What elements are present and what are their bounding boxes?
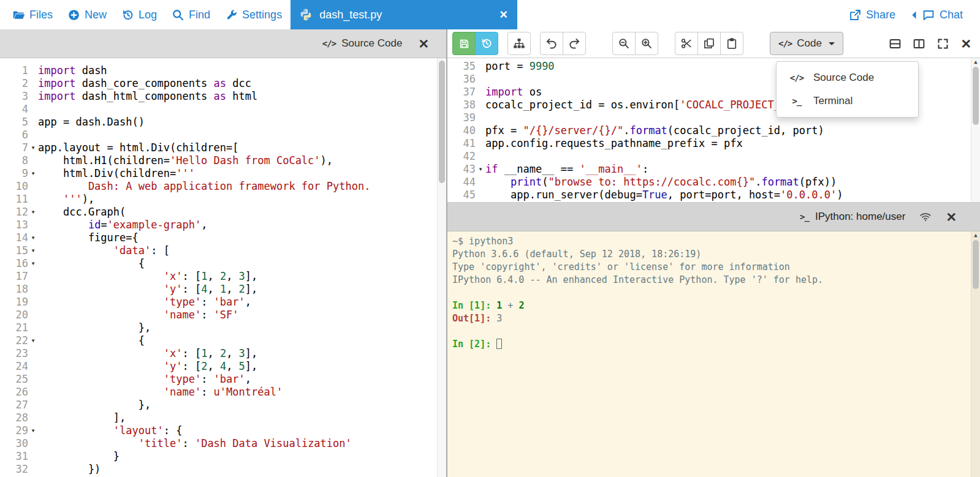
save-icon	[458, 38, 470, 50]
terminal-output[interactable]: ~$ ipython3Python 3.6.6 (default, Sep 12…	[447, 231, 980, 477]
settings-button[interactable]: Settings	[218, 0, 289, 29]
tab-close-icon[interactable]: ×	[498, 8, 509, 21]
close-frame-icon[interactable]: ✕	[418, 37, 429, 50]
cut-button[interactable]	[675, 32, 698, 55]
save-button[interactable]	[452, 32, 476, 55]
code-line[interactable]: 40pfx = "/{}/server/{}/".format(cocalc_p…	[447, 124, 980, 137]
frame-title: </> Source Code	[322, 37, 403, 50]
share-icon	[849, 9, 862, 21]
caret-left-icon	[910, 9, 917, 21]
code-line[interactable]: 24 'y': [2, 4, 5],	[0, 360, 446, 373]
zoom-out-button[interactable]	[612, 32, 636, 55]
find-button[interactable]: Find	[164, 0, 218, 29]
plus-circle-icon	[67, 9, 80, 21]
code-icon: </>	[788, 73, 805, 83]
code-line[interactable]: 17 'x': [1, 2, 3],	[0, 270, 446, 283]
code-line[interactable]: 31 }	[0, 450, 446, 463]
wrench-icon	[225, 9, 238, 21]
code-line[interactable]: 12▾ dcc.Graph(	[0, 206, 446, 219]
code-line[interactable]: 8 html.H1(children='Hello Dash from CoCa…	[0, 154, 446, 167]
scroll-up-icon[interactable]: ▲	[971, 59, 980, 65]
right-editor-scrollbar[interactable]: ▲	[971, 58, 980, 202]
log-button[interactable]: Log	[114, 0, 164, 29]
code-dropdown-button[interactable]: </> Code	[770, 32, 843, 55]
code-line[interactable]: 3import dash_html_components as html	[0, 90, 446, 103]
code-line[interactable]: 2import dash_core_components as dcc	[0, 77, 446, 90]
source-editor-left[interactable]: 1import dash2import dash_core_components…	[0, 58, 446, 477]
left-frame-header: </> Source Code ✕	[0, 29, 446, 58]
code-line[interactable]: 23 'x': [1, 2, 3],	[0, 347, 446, 360]
left-editor-scrollbar[interactable]	[437, 58, 446, 477]
scroll-up-icon[interactable]: ▲	[971, 232, 980, 238]
code-line[interactable]: 43▾if __name__ == '__main__':	[447, 163, 980, 176]
code-line[interactable]: 45 app.run_server(debug=True, port=port,…	[447, 189, 980, 201]
code-line[interactable]: 21 },	[0, 321, 446, 334]
code-line[interactable]: 16▾ {	[0, 257, 446, 270]
code-line[interactable]: 22▾ {	[0, 334, 446, 347]
code-line[interactable]: 13 id='example-graph',	[0, 219, 446, 231]
split-horizontal-icon	[889, 37, 902, 50]
files-button[interactable]: Files	[5, 0, 60, 29]
split-horizontal-button[interactable]	[889, 37, 902, 50]
code-line[interactable]: 15▾ 'data': [	[0, 244, 446, 257]
code-line[interactable]: 6	[0, 129, 446, 141]
code-line[interactable]: 4	[0, 103, 446, 116]
code-line[interactable]: 11 '''),	[0, 193, 446, 206]
paste-button[interactable]	[720, 32, 743, 55]
redo-icon	[568, 37, 580, 50]
code-line[interactable]: 26 'name': u'Montréal'	[0, 386, 446, 399]
code-line[interactable]: 19 'type': 'bar',	[0, 296, 446, 309]
code-line[interactable]: 7▾app.layout = html.Div(children=[	[0, 141, 446, 154]
code-line[interactable]: 18 'y': [4, 1, 2],	[0, 283, 446, 296]
zoom-out-icon	[618, 37, 630, 50]
code-line[interactable]: 10 Dash: A web application framework for…	[0, 180, 446, 193]
code-line[interactable]: 44 print("browse to: https://cocalc.com{…	[447, 176, 980, 189]
terminal-line: In [1]: 1 + 2	[452, 299, 980, 312]
new-button[interactable]: New	[60, 0, 114, 29]
close-terminal-icon[interactable]: ✕	[946, 211, 957, 223]
code-line[interactable]: 9▾ html.Div(children='''	[0, 167, 446, 180]
code-line[interactable]: 1import dash	[0, 64, 446, 77]
code-line[interactable]: 27 },	[0, 399, 446, 411]
terminal-line: Type 'copyright', 'credits' or 'license'…	[452, 261, 980, 274]
search-icon	[172, 9, 184, 21]
close-frame-icon[interactable]: ✕	[960, 37, 971, 50]
time-travel-icon	[481, 37, 493, 50]
top-navbar: Files New Log Find Settings dash_test.py	[0, 0, 980, 29]
menu-item-terminal[interactable]: >_ Terminal	[777, 89, 918, 113]
code-icon: </>	[778, 39, 792, 48]
sitemap-button[interactable]	[507, 32, 531, 55]
zoom-in-button[interactable]	[635, 32, 658, 55]
code-line[interactable]: 32 })	[0, 463, 446, 476]
split-vertical-button[interactable]	[913, 37, 925, 50]
undo-button[interactable]	[540, 32, 563, 55]
code-line[interactable]: 5app = dash.Dash()	[0, 116, 446, 129]
code-line[interactable]: 42	[447, 150, 980, 163]
timetravel-button[interactable]	[475, 32, 498, 55]
new-label: New	[85, 9, 107, 21]
code-line[interactable]: 14▾ figure={	[0, 231, 446, 244]
share-button[interactable]: Share	[841, 0, 903, 29]
code-line[interactable]: 28 ],	[0, 411, 446, 424]
fullscreen-button[interactable]	[936, 37, 949, 50]
terminal-scrollbar[interactable]: ▲	[971, 231, 980, 477]
terminal-title: >_ IPython: home/user	[800, 211, 905, 223]
cocalc-window: Files New Log Find Settings dash_test.py	[0, 0, 980, 477]
code-dropdown-menu: </> Source Code >_ Terminal	[776, 61, 919, 118]
menu-item-source-code[interactable]: </> Source Code	[777, 66, 918, 89]
code-line[interactable]: 41app.config.requests_pathname_prefix = …	[447, 137, 980, 150]
python-icon	[299, 8, 313, 21]
terminal-icon: >_	[788, 96, 805, 106]
copy-button[interactable]	[697, 32, 721, 55]
tab-dash-test-py[interactable]: dash_test.py ×	[291, 0, 517, 29]
code-line[interactable]: 30 'title': 'Dash Data Visualization'	[0, 437, 446, 450]
code-line[interactable]: 25 'type': 'bar',	[0, 373, 446, 386]
redo-button[interactable]	[563, 32, 586, 55]
terminal-line: Out[1]: 3	[452, 312, 980, 325]
menu-item-label: Source Code	[813, 72, 874, 84]
nav-buttons: Files New Log Find Settings	[0, 0, 289, 29]
chat-button[interactable]: Chat	[903, 0, 970, 29]
terminal-icon: >_	[800, 212, 809, 222]
code-line[interactable]: 29▾ 'layout': {	[0, 424, 446, 437]
code-line[interactable]: 20 'name': 'SF'	[0, 309, 446, 321]
